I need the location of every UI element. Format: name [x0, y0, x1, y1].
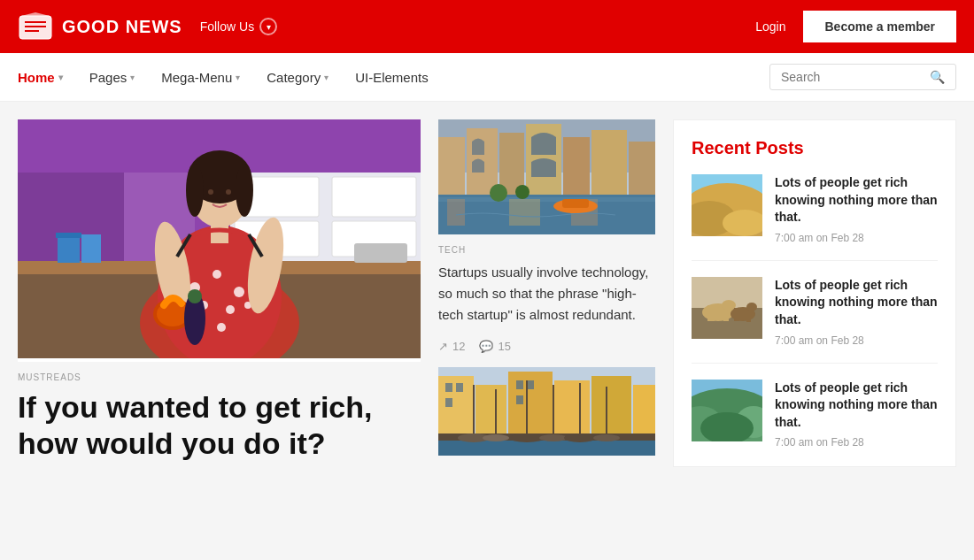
svg-point-35 [236, 164, 253, 217]
svg-point-42 [188, 289, 202, 303]
share-icon: ↗ [438, 340, 448, 353]
svg-point-34 [186, 164, 204, 217]
svg-rect-18 [81, 234, 101, 263]
top-bar: GOOD NEWS Follow Us ▾ Login Become a mem… [0, 0, 974, 53]
left-panel: MUSTREADS If you wanted to get rich, how… [18, 119, 421, 471]
svg-rect-73 [527, 380, 534, 389]
svg-rect-102 [734, 308, 739, 321]
comments-meta: 💬 15 [479, 340, 510, 353]
svg-rect-70 [456, 383, 463, 392]
svg-rect-74 [516, 395, 523, 404]
canal-svg [438, 119, 655, 234]
top-bar-right: Login Become a member [755, 11, 956, 42]
recent-post-title-1: Lots of people get rich knowing nothing … [775, 174, 938, 226]
svg-point-24 [234, 287, 244, 297]
recent-post-content-1: Lots of people get rich knowing nothing … [775, 174, 938, 244]
svg-rect-103 [746, 311, 751, 322]
nav-links: Home ▾ Pages ▾ Mega-Menu ▾ Category ▾ UI… [18, 70, 429, 85]
recent-post-title-3: Lots of people get rich knowing nothing … [775, 380, 938, 432]
recent-post-date-3: 7:00 am on Feb 28 [775, 436, 938, 449]
svg-point-84 [483, 434, 509, 441]
recent-post-item: Lots of people get rich knowing nothing … [692, 277, 938, 364]
svg-rect-17 [56, 233, 81, 238]
recent-post-thumb-2 [692, 277, 762, 339]
post-meta: ↗ 12 💬 15 [438, 340, 655, 353]
recent-post-content-2: Lots of people get rich knowing nothing … [775, 277, 938, 347]
svg-rect-98 [707, 305, 715, 321]
svg-rect-59 [562, 199, 589, 208]
svg-point-29 [217, 323, 226, 332]
search-input[interactable] [781, 70, 923, 84]
svg-point-104 [746, 303, 757, 311]
svg-point-60 [490, 184, 507, 202]
svg-rect-16 [58, 234, 80, 263]
center-image-marina [438, 367, 655, 459]
follow-us-dropdown-icon[interactable]: ▾ [259, 18, 277, 35]
nav-ui-elements[interactable]: UI-Elements [355, 70, 429, 85]
search-icon[interactable]: 🔍 [930, 70, 945, 84]
recent-post-date-2: 7:00 am on Feb 28 [775, 334, 938, 347]
login-link[interactable]: Login [755, 19, 785, 34]
svg-point-37 [226, 189, 231, 195]
recent-post-content-3: Lots of people get rich knowing nothing … [775, 380, 938, 449]
comments-count: 15 [498, 340, 510, 353]
svg-point-36 [208, 189, 213, 195]
recent-post-title-2: Lots of people get rich knowing nothing … [775, 277, 938, 329]
svg-point-23 [213, 270, 221, 279]
center-panel: TECH Startups usually involve technology… [438, 119, 655, 471]
svg-rect-54 [438, 197, 655, 202]
hero-title: If you wanted to get rich, how would you… [18, 389, 421, 462]
nav-pages[interactable]: Pages ▾ [89, 70, 135, 85]
recent-posts-box: Recent Posts Lots of people get rich kno… [673, 119, 956, 467]
search-box: 🔍 [769, 64, 956, 90]
tech-label: TECH [438, 245, 655, 255]
become-member-button[interactable]: Become a member [803, 11, 956, 42]
svg-rect-64 [475, 385, 506, 438]
svg-rect-19 [354, 243, 407, 263]
logo-area[interactable]: GOOD NEWS [18, 11, 182, 42]
logo-icon [18, 11, 53, 42]
svg-rect-68 [633, 385, 655, 438]
hero-svg [18, 119, 421, 358]
recent-post-date-1: 7:00 am on Feb 28 [775, 232, 938, 244]
comment-icon: 💬 [479, 340, 493, 353]
recent-post-thumb-3 [692, 380, 762, 441]
nav-home-arrow: ▾ [58, 73, 63, 82]
center-image-canal [438, 119, 655, 234]
svg-point-87 [564, 433, 596, 442]
hero-image [18, 119, 421, 358]
hero-label: MUSTREADS [18, 372, 421, 382]
nav-pages-label: Pages [89, 70, 128, 85]
nav-category[interactable]: Category ▾ [267, 70, 329, 85]
main-content: MUSTREADS If you wanted to get rich, how… [0, 102, 974, 488]
marina-svg [438, 367, 655, 456]
center-post-text: Startups usually involve technology, so … [438, 262, 655, 326]
nav-home[interactable]: Home ▾ [18, 70, 63, 85]
recent-post-item: Lots of people get rich knowing nothing … [692, 174, 938, 261]
shares-count: 12 [452, 340, 465, 353]
svg-rect-55 [447, 199, 465, 226]
nav-ui-elements-label: UI-Elements [355, 70, 429, 85]
nav-category-label: Category [267, 70, 321, 85]
nav-pages-arrow: ▾ [130, 73, 135, 82]
follow-us[interactable]: Follow Us ▾ [200, 18, 277, 35]
nav-megamenu-label: Mega-Menu [161, 70, 232, 85]
svg-rect-69 [445, 383, 452, 392]
hero-divider [18, 358, 421, 362]
svg-rect-11 [332, 177, 416, 217]
svg-rect-76 [438, 441, 655, 456]
svg-rect-72 [516, 380, 523, 389]
svg-rect-71 [445, 398, 452, 407]
nav-category-arrow: ▾ [324, 73, 329, 82]
svg-point-88 [593, 434, 620, 441]
shares-meta: ↗ 12 [438, 340, 465, 353]
recent-post-thumb-1 [692, 174, 762, 236]
nav-home-label: Home [18, 70, 55, 85]
svg-rect-66 [554, 380, 590, 438]
nav-megamenu[interactable]: Mega-Menu ▾ [161, 70, 240, 85]
nav-bar: Home ▾ Pages ▾ Mega-Menu ▾ Category ▾ UI… [0, 53, 974, 102]
svg-point-61 [515, 185, 530, 199]
logo-text: GOOD NEWS [62, 17, 182, 37]
svg-point-100 [722, 300, 736, 311]
top-bar-left: GOOD NEWS Follow Us ▾ [18, 11, 277, 42]
